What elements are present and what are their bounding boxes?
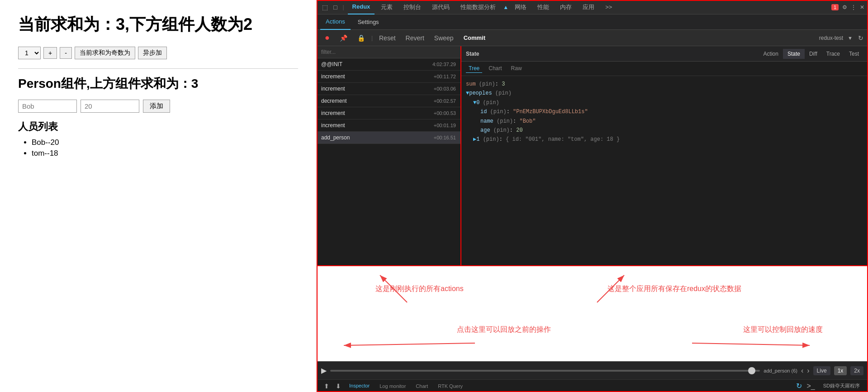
tree-colon-sum: : <box>495 80 502 89</box>
slider-thumb[interactable] <box>748 367 755 374</box>
action-item-inc4[interactable]: increment +00:01.19 <box>317 120 460 132</box>
more-icon[interactable]: ⋮ <box>851 4 856 10</box>
tab-elements[interactable]: 元素 <box>376 0 397 14</box>
tab-state[interactable]: State <box>783 49 805 59</box>
action-name: decrement <box>321 98 347 104</box>
bottom-tabbar: ⬆ ⬇ Inspector Log monitor Chart RTK Quer… <box>317 379 868 392</box>
tab-performance[interactable]: 性能数据分析 <box>456 0 500 14</box>
tree-colon-name: : <box>513 117 519 126</box>
tree-line-peoples: ▼ peoples (pin) <box>466 89 863 98</box>
settings-icon[interactable]: ⚙ <box>842 4 847 10</box>
age-input[interactable] <box>81 100 139 113</box>
odd-button[interactable]: 当前求和为奇数为 <box>75 47 135 59</box>
record-button[interactable]: ● <box>321 32 333 43</box>
sync-icon[interactable]: ↻ <box>796 382 802 390</box>
state-panel: State Action State Diff Trace Test Tree … <box>461 46 868 265</box>
tab-action[interactable]: Action <box>759 49 783 59</box>
action-item-inc1[interactable]: increment +00:11.72 <box>317 71 460 83</box>
annotation-left-text: 这是刚刚执行的所有actions <box>375 285 464 292</box>
add-button[interactable]: + <box>43 47 57 59</box>
tab-perf2[interactable]: 性能 <box>533 0 554 14</box>
filter-input[interactable] <box>317 46 460 58</box>
store-dropdown-icon[interactable]: ▼ <box>848 35 853 41</box>
commit-button[interactable]: Commit <box>460 33 489 42</box>
tree-tab-tree[interactable]: Tree <box>466 64 482 73</box>
cursor-icon[interactable]: ⬚ <box>320 4 330 11</box>
main-title: 当前求和为：3,下方组件人数为2 <box>18 14 298 36</box>
tab-actions[interactable]: Actions <box>320 14 351 30</box>
arrows-svg <box>317 266 868 361</box>
tree-line-0: ▼ 0 (pin) <box>466 98 863 107</box>
expand-1[interactable]: ▶ <box>473 135 476 144</box>
person-title: Person组件,上方组件求和为：3 <box>18 75 298 92</box>
topbar-right: 1 ⚙ ⋮ ✕ <box>831 4 864 10</box>
state-header: State Action State Diff Trace Test <box>461 46 868 62</box>
speed-2x-button[interactable]: 2x <box>850 366 863 375</box>
action-time: +00:03.06 <box>434 86 456 91</box>
play-button[interactable]: ▶ <box>321 366 327 375</box>
speed-1x-button[interactable]: 1x <box>834 366 847 375</box>
tab-test[interactable]: Test <box>844 49 863 59</box>
tree-pin-0: (pin) <box>479 98 499 107</box>
tree-tab-chart[interactable]: Chart <box>486 64 504 73</box>
prev-button[interactable]: ‹ <box>801 367 803 375</box>
list-item: tom--18 <box>32 149 298 158</box>
annotation-bottom-right-text: 这里可以控制回放的速度 <box>743 325 823 333</box>
tab-application[interactable]: 应用 <box>578 0 599 14</box>
tab-sources[interactable]: 源代码 <box>427 0 454 14</box>
action-item-init[interactable]: @@INIT 4:02:37.29 <box>317 58 460 71</box>
inspect-icon[interactable]: □ <box>332 4 339 11</box>
expand-0[interactable]: ▼ <box>473 98 476 107</box>
action-item-dec[interactable]: decrement +00:02.57 <box>317 95 460 107</box>
lock-button[interactable]: 🔒 <box>354 33 369 43</box>
bottom-tab-inspector[interactable]: Inspector <box>345 380 374 392</box>
tree-pin-sum: (pin) <box>476 80 495 89</box>
bottom-tab-chart[interactable]: Chart <box>411 380 432 392</box>
tab-trace[interactable]: Trace <box>822 49 844 59</box>
tree-tab-raw[interactable]: Raw <box>508 64 525 73</box>
tab-network[interactable]: 网络 <box>510 0 531 14</box>
tree-line-id: id (pin) : "PnEMzBUPXbDguEd8LLb1s" <box>466 107 863 116</box>
tab-memory[interactable]: 内存 <box>555 0 576 14</box>
tab-settings[interactable]: Settings <box>352 14 384 30</box>
tree-colon-age: : <box>510 126 516 135</box>
live-button[interactable]: Live <box>813 366 830 375</box>
svg-line-3 <box>344 343 475 345</box>
sweep-button[interactable]: Sweep <box>431 33 457 43</box>
bottom-icon-2[interactable]: ⬇ <box>333 382 344 390</box>
store-name: redux-test <box>819 35 843 41</box>
action-item-add[interactable]: add_person +00:16.51 <box>317 132 460 144</box>
expand-peoples[interactable]: ▼ <box>466 89 469 98</box>
bottom-tab-log[interactable]: Log monitor <box>375 380 410 392</box>
sub-button[interactable]: - <box>60 47 72 59</box>
perf-arrow: ▲ <box>503 4 508 10</box>
tree-key-peoples: peoples <box>469 89 492 98</box>
state-tree: sum (pin) : 3 ▼ peoples (pin) ▼ 0 (pin) <box>461 76 868 265</box>
close-icon[interactable]: ✕ <box>860 4 864 10</box>
refresh-icon[interactable]: ↻ <box>858 34 863 42</box>
count-select[interactable]: 123 <box>18 47 41 59</box>
tree-key-age: age <box>480 126 490 135</box>
name-input[interactable] <box>18 100 77 113</box>
tab-console[interactable]: 控制台 <box>399 0 426 14</box>
pin-button[interactable]: 📌 <box>336 33 351 43</box>
tab-redux[interactable]: Redux <box>348 0 375 14</box>
revert-button[interactable]: Revert <box>402 33 428 43</box>
annotation-right-text: 这是整个应用所有保存在redux的状态数据 <box>607 285 741 292</box>
tree-line-age: age (pin) : 20 <box>466 126 863 135</box>
tab-diff[interactable]: Diff <box>805 49 822 59</box>
terminal-icon[interactable]: >_ <box>803 382 818 390</box>
next-button[interactable]: › <box>807 367 809 375</box>
bottom-tab-rtk[interactable]: RTK Query <box>433 380 467 392</box>
actions-panel: @@INIT 4:02:37.29 increment +00:11.72 in… <box>317 46 461 265</box>
slider-track[interactable] <box>330 370 760 372</box>
controls-row: 123 + - 当前求和为奇数为 异步加 <box>18 47 298 59</box>
async-button[interactable]: 异步加 <box>138 47 167 59</box>
tab-more[interactable]: >> <box>601 0 617 14</box>
tree-key-name: name <box>480 117 493 126</box>
add-person-button[interactable]: 添加 <box>143 100 170 113</box>
action-item-inc2[interactable]: increment +00:03.06 <box>317 83 460 95</box>
bottom-icon-1[interactable]: ⬆ <box>321 382 332 390</box>
action-item-inc3[interactable]: increment +00:00.53 <box>317 107 460 120</box>
reset-button[interactable]: Reset <box>375 33 399 43</box>
